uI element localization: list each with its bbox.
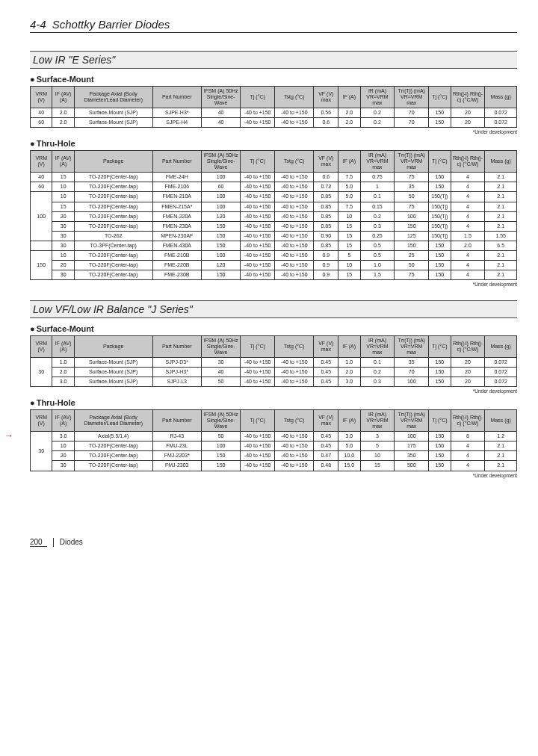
cell-vf: 0.45 <box>314 432 338 441</box>
table-row: 30TO-3PF(Center-tap)FMEN-430A150-40 to +… <box>31 241 517 250</box>
cell-tjm: 150 <box>429 173 451 182</box>
cell-mass: 1.55 <box>485 231 517 241</box>
cell-pn: FME-220B <box>152 260 201 270</box>
cell-mass: 2.1 <box>485 461 517 471</box>
cell-trr: 175 <box>395 441 429 451</box>
cell-vrm: 30 <box>31 358 52 387</box>
cell-ir: 0.15 <box>360 202 395 211</box>
cell-pkg: TO-220F(Center-tap) <box>74 182 152 192</box>
table-row: 30TO-220F(Center-tap)FME-230B150-40 to +… <box>31 270 517 279</box>
cell-tjm: 150(Tj) <box>429 231 451 241</box>
data-table: VRM (V)IF (AV) (A)PackagePart NumberIFSM… <box>30 335 517 387</box>
cell-if: 30 <box>52 221 74 231</box>
cell-trr: 70 <box>395 118 429 128</box>
col-rth: Rth(j-l) Rth(j-c) (°C/W) <box>451 151 485 173</box>
cell-vrm: 30 <box>31 432 52 471</box>
cell-pn: SJPJ-H3* <box>152 368 201 377</box>
col-mass: Mass (g) <box>485 151 517 173</box>
col-trr: Trr(Tj) (mA) VR=VRM max <box>395 151 429 173</box>
cell-tj: -40 to +150 <box>241 368 275 377</box>
cell-tjm: 150 <box>429 368 451 377</box>
cell-trr: 50 <box>395 192 429 202</box>
table-row: 4015TO-220F(Center-tap)FME-24H100-40 to … <box>31 173 517 182</box>
col-pn: Part Number <box>152 335 201 357</box>
cell-tj: -40 to +150 <box>241 441 275 451</box>
cell-pkg: TO-220F(Center-tap) <box>74 221 152 231</box>
cell-vf: 0.45 <box>314 368 338 377</box>
col-pkg: Package <box>74 335 152 357</box>
cell-tstg: -40 to +150 <box>275 221 314 231</box>
cell-trr: 150 <box>395 221 429 231</box>
cell-ifsm: 30 <box>201 358 240 368</box>
cell-tstg: -40 to +150 <box>275 118 314 128</box>
cell-pn: RJ-43 <box>152 432 201 441</box>
cell-rth: 4 <box>451 250 485 260</box>
cell-ifm: 7.5 <box>338 173 360 182</box>
cell-rth: 20 <box>451 377 485 387</box>
cell-pkg: Surface-Mount (SJP) <box>74 368 152 377</box>
cell-vf: 0.6 <box>314 173 338 182</box>
cell-ifsm: 120 <box>201 211 240 221</box>
cell-mass: 0.072 <box>485 368 517 377</box>
cell-ifsm: 100 <box>201 250 240 260</box>
cell-pn: SJPE-H4 <box>152 118 201 128</box>
col-pkg: Package Axial (Body Diameter/Lead Diamet… <box>74 410 152 432</box>
cell-pkg: TO-220F(Center-tap) <box>74 192 152 202</box>
page-number: 200 <box>30 538 47 547</box>
col-ifsm: IFSM (A) 50Hz Single/Sine-Wave <box>201 335 240 357</box>
cell-trr: 500 <box>395 461 429 471</box>
cell-tstg: -40 to +150 <box>275 250 314 260</box>
cell-mass: 2.1 <box>485 173 517 182</box>
col-tstg: Tstg (°C) <box>275 410 314 432</box>
cell-mass: 2.1 <box>485 451 517 461</box>
cell-rth: 20 <box>451 118 485 128</box>
cell-pn: SJPJ-D3* <box>152 358 201 368</box>
col-tj: Tj (°C) <box>241 410 275 432</box>
table-row: 303.0Axial(5.5/1.4)RJ-4350-40 to +150-40… <box>31 432 517 441</box>
col-mass: Mass (g) <box>485 410 517 432</box>
cell-rth: 1.5 <box>451 231 485 241</box>
cell-if: 1.0 <box>52 358 74 368</box>
col-pn: Part Number <box>152 151 201 173</box>
cell-tj: -40 to +150 <box>241 108 275 118</box>
table-row: 30TO-220F(Center-tap)FMEN-230A150-40 to … <box>31 221 517 231</box>
cell-vf: 0.85 <box>314 202 338 211</box>
cell-pkg: TO-220F(Center-tap) <box>74 441 152 451</box>
cell-trr: 35 <box>395 358 429 368</box>
note-under-dev: *Under development <box>30 282 517 287</box>
cell-mass: 0.072 <box>485 108 517 118</box>
cell-if: 30 <box>52 461 74 471</box>
cell-rth: 4 <box>451 173 485 182</box>
col-vf: VF (V) max <box>314 87 338 108</box>
cell-ir: 0.2 <box>360 368 395 377</box>
col-ir: IR (mA) VR=VRM max <box>360 410 395 432</box>
cell-vrm: 40 <box>31 108 52 118</box>
cell-ifm: 2.0 <box>338 108 360 118</box>
cell-tj: -40 to +150 <box>241 182 275 192</box>
cell-trr: 75 <box>395 173 429 182</box>
note-under-dev: *Under development <box>30 388 517 394</box>
cell-pkg: Axial(5.5/1.4) <box>74 432 152 441</box>
cell-pn: MPEN-230AF <box>152 231 201 241</box>
col-ifm: IF (A) <box>338 151 360 173</box>
col-tstg: Tstg (°C) <box>275 335 314 357</box>
cell-trr: 50 <box>395 260 429 270</box>
col-vrm: VRM (V) <box>31 335 52 357</box>
cell-tj: -40 to +150 <box>241 270 275 279</box>
cell-pn: FMEN-230A <box>152 221 201 231</box>
cell-trr: 70 <box>395 108 429 118</box>
cell-vrm: 60 <box>31 118 52 128</box>
cell-vf: 0.48 <box>314 461 338 471</box>
col-ir: IR (mA) VR=VRM max <box>360 87 395 108</box>
cell-ifsm: 100 <box>201 441 240 451</box>
cell-pn: FME-24H <box>152 173 201 182</box>
cell-vf: 0.47 <box>314 451 338 461</box>
cell-if: 20 <box>52 260 74 270</box>
col-pkg: Package <box>74 151 152 173</box>
series-title: Low IR "E Series" <box>30 51 517 69</box>
cell-vf: 0.85 <box>314 221 338 231</box>
cell-vrm: 100 <box>31 192 52 241</box>
cell-rth: 4 <box>451 260 485 270</box>
cell-if: 3.0 <box>52 377 74 387</box>
cell-pn: FME-230B <box>152 270 201 279</box>
